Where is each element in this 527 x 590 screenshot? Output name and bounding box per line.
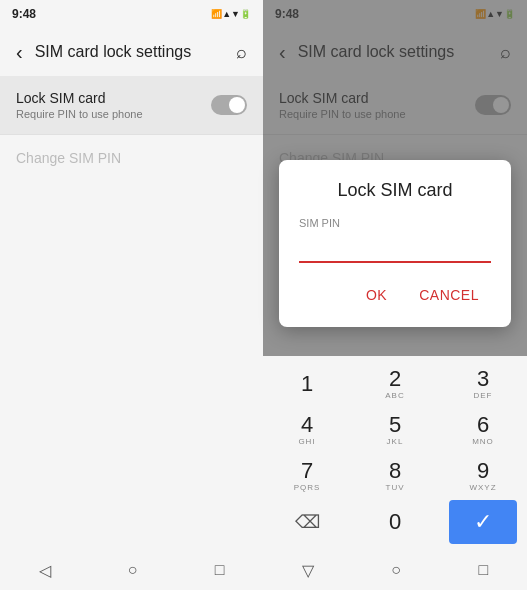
right-nav-home[interactable]: ○: [375, 553, 417, 587]
dialog-ok-button[interactable]: OK: [354, 279, 399, 311]
left-toolbar: ‹ SIM card lock settings ⌕: [0, 28, 263, 76]
left-change-pin-title: Change SIM PIN: [16, 150, 121, 166]
left-lock-sim-text: Lock SIM card Require PIN to use phone: [16, 90, 143, 120]
left-status-bar: 9:48 📶▲▼🔋: [0, 0, 263, 28]
left-lock-sim-item[interactable]: Lock SIM card Require PIN to use phone: [0, 76, 263, 134]
left-nav-back[interactable]: ◁: [23, 553, 67, 588]
numpad-digit-5: 5: [389, 414, 401, 436]
numpad-key-1[interactable]: 1: [273, 362, 341, 406]
left-panel: 9:48 📶▲▼🔋 ‹ SIM card lock settings ⌕ Loc…: [0, 0, 263, 590]
numpad-key-confirm[interactable]: ✓: [449, 500, 517, 544]
numpad-letters-9: WXYZ: [469, 483, 496, 492]
numpad-row-2: 4 GHI 5 JKL 6 MNO: [263, 408, 527, 452]
left-nav-recent[interactable]: □: [199, 553, 241, 587]
left-bottom-nav: ◁ ○ □: [0, 550, 263, 590]
numpad-key-3[interactable]: 3 DEF: [449, 362, 517, 406]
numpad-key-0[interactable]: 0: [361, 500, 429, 544]
numpad: 1 2 ABC 3 DEF 4 GHI 5 JKL 6: [263, 356, 527, 550]
numpad-key-4[interactable]: 4 GHI: [273, 408, 341, 452]
numpad-key-2[interactable]: 2 ABC: [361, 362, 429, 406]
numpad-digit-9: 9: [477, 460, 489, 482]
left-status-time: 9:48: [12, 7, 36, 21]
left-change-pin-item: Change SIM PIN: [0, 135, 263, 181]
left-back-button[interactable]: ‹: [8, 33, 31, 72]
left-toolbar-title: SIM card lock settings: [35, 43, 224, 61]
dialog-actions: OK Cancel: [299, 279, 491, 319]
numpad-row-1: 1 2 ABC 3 DEF: [263, 362, 527, 406]
numpad-key-5[interactable]: 5 JKL: [361, 408, 429, 452]
left-signal-icons: 📶▲▼🔋: [211, 9, 251, 19]
right-nav-recent[interactable]: □: [463, 553, 505, 587]
numpad-row-3: 7 PQRS 8 TUV 9 WXYZ: [263, 454, 527, 498]
left-lock-sim-subtitle: Require PIN to use phone: [16, 108, 143, 120]
numpad-digit-4: 4: [301, 414, 313, 436]
numpad-letters-5: JKL: [387, 437, 404, 446]
numpad-digit-6: 6: [477, 414, 489, 436]
numpad-letters-4: GHI: [298, 437, 315, 446]
numpad-key-backspace[interactable]: ⌫: [273, 500, 341, 544]
numpad-digit-1: 1: [301, 373, 313, 395]
numpad-letters-8: TUV: [386, 483, 405, 492]
dialog-pin-input[interactable]: [299, 235, 491, 263]
numpad-digit-0: 0: [389, 511, 401, 533]
numpad-letters-6: MNO: [472, 437, 494, 446]
numpad-letters-7: PQRS: [294, 483, 321, 492]
dialog-pin-label: SIM PIN: [299, 217, 491, 229]
sim-pin-dialog: Lock SIM card SIM PIN OK Cancel: [279, 160, 511, 327]
numpad-digit-3: 3: [477, 368, 489, 390]
numpad-letters-3: DEF: [474, 391, 493, 400]
left-search-button[interactable]: ⌕: [228, 34, 255, 71]
numpad-key-6[interactable]: 6 MNO: [449, 408, 517, 452]
left-lock-sim-title: Lock SIM card: [16, 90, 143, 106]
left-nav-home[interactable]: ○: [112, 553, 154, 587]
confirm-icon: ✓: [474, 511, 492, 533]
backspace-icon: ⌫: [295, 513, 320, 531]
dialog-title: Lock SIM card: [299, 180, 491, 201]
numpad-key-9[interactable]: 9 WXYZ: [449, 454, 517, 498]
numpad-key-8[interactable]: 8 TUV: [361, 454, 429, 498]
numpad-letters-2: ABC: [385, 391, 404, 400]
numpad-digit-7: 7: [301, 460, 313, 482]
right-panel: 9:48 📶▲▼🔋 ‹ SIM card lock settings ⌕ Loc…: [263, 0, 527, 590]
right-nav-back[interactable]: ▽: [286, 553, 330, 588]
numpad-digit-2: 2: [389, 368, 401, 390]
dialog-cancel-button[interactable]: Cancel: [407, 279, 491, 311]
numpad-digit-8: 8: [389, 460, 401, 482]
numpad-key-7[interactable]: 7 PQRS: [273, 454, 341, 498]
left-lock-sim-toggle[interactable]: [211, 95, 247, 115]
right-bottom-nav: ▽ ○ □: [263, 550, 527, 590]
left-status-icons: 📶▲▼🔋: [211, 9, 251, 19]
numpad-row-4: ⌫ 0 ✓: [263, 500, 527, 544]
